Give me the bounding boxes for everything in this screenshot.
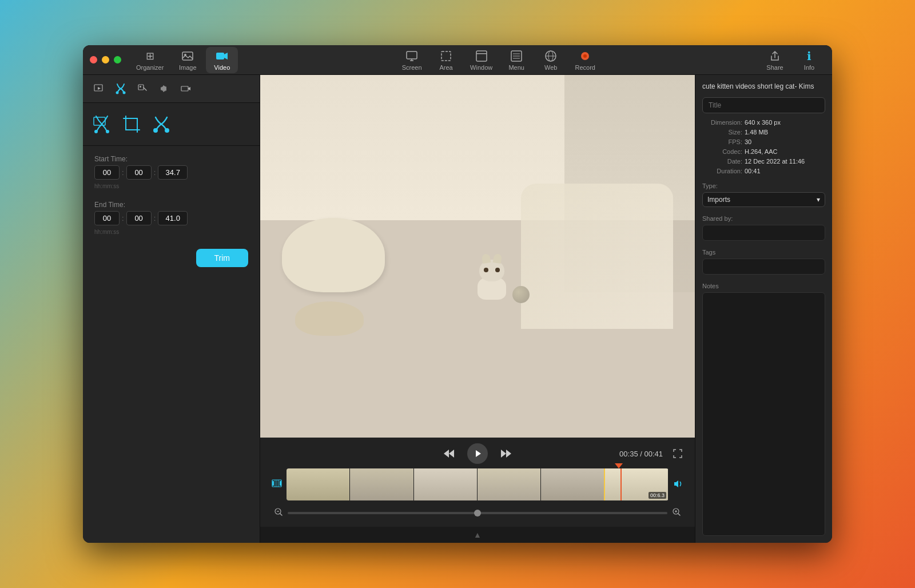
share-icon: [768, 49, 782, 63]
kitten-eye-left: [484, 268, 488, 272]
timeline-thumb-3[interactable]: [414, 468, 478, 500]
toolbar-label-record: Record: [575, 64, 595, 71]
svg-point-27: [165, 128, 169, 133]
start-time-inputs: : :: [94, 165, 248, 180]
area-icon: [439, 49, 453, 63]
type-dropdown[interactable]: Imports ▾: [702, 192, 825, 207]
trim-frame-btn[interactable]: [90, 112, 114, 136]
toolbar-item-web[interactable]: Web: [535, 47, 567, 73]
cut-edit-btn[interactable]: [112, 80, 130, 98]
fps-value: 30: [745, 138, 751, 145]
start-minutes[interactable]: [126, 165, 152, 180]
timeline-thumb-5[interactable]: [541, 468, 604, 500]
info-notes-section: Notes: [702, 280, 825, 536]
time-settings: Start Time: : : hh:mm:ss End Time: :: [83, 146, 260, 244]
toolbar-item-image[interactable]: Image: [172, 47, 204, 73]
menu-icon: [510, 49, 523, 63]
left-panel: Start Time: : : hh:mm:ss End Time: :: [83, 75, 260, 543]
toolbar-item-record[interactable]: Record: [569, 47, 601, 73]
tags-field[interactable]: [702, 259, 825, 275]
info-shared-section: Shared by:: [702, 213, 825, 241]
svg-rect-0: [182, 52, 193, 60]
end-time-inputs: : :: [94, 211, 248, 225]
svg-point-17: [116, 92, 119, 94]
zoom-slider[interactable]: [288, 512, 667, 514]
toolbar-item-screen[interactable]: Screen: [396, 47, 428, 73]
toolbar-label-info: Info: [804, 64, 814, 71]
toolbar-item-window[interactable]: Window: [464, 47, 498, 73]
tags-label: Tags: [702, 249, 825, 256]
info-fps-row: FPS: 30: [702, 138, 825, 145]
video-controls: 00:35 / 00:41: [260, 438, 695, 527]
toolbar-item-area[interactable]: Area: [430, 47, 462, 73]
svg-rect-34: [272, 481, 274, 486]
type-value: Imports: [707, 196, 730, 204]
end-minutes[interactable]: [126, 211, 152, 225]
playback-controls: 00:35 / 00:41: [269, 443, 686, 464]
zoom-in-button[interactable]: [672, 507, 681, 519]
screen-icon: [405, 49, 419, 63]
fullscreen-button[interactable]: [670, 446, 686, 462]
size-value: 1.48 MB: [745, 129, 768, 136]
toolbar-label-web: Web: [544, 64, 557, 71]
playhead-line: [620, 468, 622, 500]
kitten-ear-right: [493, 253, 503, 264]
timeline-container: 00:6.3: [287, 468, 669, 500]
right-panel: cute kitten videos short leg cat- Kims D…: [695, 75, 832, 543]
info-tags-section: Tags: [702, 247, 825, 275]
timeline-strip[interactable]: 00:6.3: [287, 468, 669, 500]
svg-rect-5: [476, 51, 487, 61]
web-icon: [544, 49, 558, 63]
play-edit-btn[interactable]: [90, 80, 108, 98]
title-input[interactable]: [702, 97, 825, 113]
timeline-thumb-6[interactable]: 00:6.3: [605, 468, 669, 500]
svg-rect-3: [407, 51, 417, 59]
maximize-button[interactable]: [114, 56, 121, 63]
timeline-thumb-2[interactable]: [350, 468, 413, 500]
info-duration-row: Duration: 00:41: [702, 168, 825, 174]
zoom-row: [269, 505, 686, 521]
toolbar-item-menu[interactable]: Menu: [500, 47, 532, 73]
toolbar-item-video[interactable]: Video: [206, 47, 238, 73]
notes-field[interactable]: [702, 292, 825, 536]
rewind-button[interactable]: [440, 444, 458, 463]
info-type-section: Type: Imports ▾: [702, 180, 825, 207]
end-hours[interactable]: [94, 211, 120, 225]
trim-button[interactable]: Trim: [196, 249, 248, 267]
close-button[interactable]: [90, 56, 97, 63]
audio-edit-btn[interactable]: [155, 80, 173, 98]
toolbar-label-screen: Screen: [402, 64, 422, 71]
fast-forward-button[interactable]: [497, 444, 515, 463]
info-icon: ℹ: [802, 49, 816, 63]
type-label: Type:: [702, 182, 825, 189]
info-date-row: Date: 12 Dec 2022 at 11:46: [702, 158, 825, 165]
start-seconds[interactable]: [158, 165, 188, 180]
scissors-btn[interactable]: [149, 112, 173, 136]
camera-edit-btn[interactable]: [177, 80, 195, 98]
minimize-button[interactable]: [102, 56, 109, 63]
notes-label: Notes: [702, 283, 825, 289]
start-time-hint: hh:mm:ss: [94, 183, 248, 189]
toolbar-item-organizer[interactable]: ⊞ Organizer: [130, 47, 169, 73]
date-value: 12 Dec 2022 at 11:46: [745, 158, 805, 165]
start-hours[interactable]: [94, 165, 120, 180]
toolbar-label-image: Image: [179, 64, 197, 71]
timeline-thumb-1[interactable]: [287, 468, 350, 500]
crop-btn[interactable]: [120, 112, 144, 136]
play-pause-button[interactable]: [467, 443, 488, 464]
end-time-row: End Time: : : hh:mm:ss: [94, 201, 248, 235]
toolbar-item-share[interactable]: Share: [759, 47, 791, 73]
annotate-edit-btn[interactable]: [133, 80, 152, 98]
toolbar-label-organizer: Organizer: [136, 64, 164, 71]
shared-by-field[interactable]: [702, 225, 825, 241]
zoom-knob[interactable]: [474, 510, 481, 517]
scene-kitten: [469, 260, 515, 300]
edit-toolbar: [83, 75, 260, 103]
volume-icon[interactable]: [673, 479, 683, 491]
timeline-thumb-4[interactable]: [478, 468, 541, 500]
end-seconds[interactable]: [158, 211, 188, 225]
codec-label: Codec:: [702, 148, 742, 155]
zoom-out-button[interactable]: [274, 507, 283, 519]
svg-marker-28: [444, 450, 449, 458]
toolbar-item-info[interactable]: ℹ Info: [793, 47, 825, 73]
